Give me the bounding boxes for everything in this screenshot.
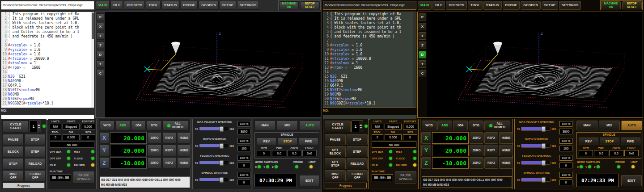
home-z-button[interactable]: HOME [177,157,191,169]
estop-reset-button[interactable]: ESTOP RESET [300,1,320,9]
mdi-mode-button[interactable]: MDI [599,121,620,130]
spindle-fwd-button[interactable]: FWD [621,138,640,145]
view-y-button[interactable]: Y [97,32,104,40]
max-velocity-override-slider[interactable] [521,127,551,131]
tab-settings[interactable]: SETTINGS [559,1,581,10]
opt-stop-button[interactable]: OPT STOP [325,158,346,169]
view-tool-button[interactable]: T [419,60,426,68]
g54-button[interactable]: G54 [453,121,468,130]
rapid-override-slider[interactable] [521,144,551,148]
slider-thumb[interactable] [220,160,224,166]
abs-button[interactable]: ABS [115,121,130,130]
axis-y-button[interactable]: Y [99,145,109,156]
man-mode-button[interactable]: MAN [254,121,275,130]
flood-off-button[interactable]: FLOOD OFF [25,170,46,181]
slider-thumb[interactable] [542,160,546,166]
spin-down-icon[interactable] [360,127,362,129]
rapid-override-slider[interactable] [199,144,229,148]
view-clear-button[interactable]: C [97,70,104,77]
cycle-repeat-spinbox[interactable]: 1 [30,121,41,132]
feedrate-override-slider[interactable] [521,161,551,165]
home-y-button[interactable]: HOME [499,145,513,156]
zero-z-button[interactable]: ZERO [148,157,161,169]
home-z-button[interactable]: HOME [499,157,513,169]
spin-up-icon[interactable] [360,124,362,126]
slider-thumb[interactable] [220,177,224,183]
zero-x-button[interactable]: ZERO [148,132,161,144]
max-velocity-override-slider[interactable] [199,127,229,131]
auto-mode-button[interactable]: AUTO [621,121,642,130]
mist-off-button[interactable]: MIST OFF [325,170,346,181]
tab-status[interactable]: STATUS [161,1,180,10]
ref-y-button[interactable]: REFY [484,145,498,156]
axis-z-button[interactable]: Z [421,157,431,169]
mist-off-button[interactable]: MIST OFF [3,170,24,181]
wcs-button[interactable]: WCS [100,121,114,130]
abs-button[interactable]: ABS [437,121,452,130]
step-button[interactable]: STEP [25,146,46,157]
opt-block-button[interactable]: OPT BLOCK [325,146,346,157]
ref-x-button[interactable]: REFX [162,132,176,144]
view-z-button[interactable]: Z [419,42,426,49]
dtg-button[interactable]: DTG [147,121,161,130]
zero-x-button[interactable]: ZERO [470,132,483,144]
flood-off-button[interactable]: FLOOD OFF [347,170,368,181]
view-z-button[interactable]: Z [97,42,104,49]
view-dimensions-button[interactable]: D [419,51,426,58]
home-x-button[interactable]: HOME [499,132,513,144]
cycle-start-button[interactable]: CYCLE START [3,121,29,132]
feedrate-override-slider[interactable] [199,161,229,165]
tab-probe[interactable]: PROBE [503,1,520,10]
dtg-button[interactable]: DTG [469,121,483,130]
editor-scrollbar[interactable] [413,12,416,108]
auto-mode-button[interactable]: AUTO [299,121,320,130]
tab-main[interactable]: MAIN [96,1,110,10]
zero-y-button[interactable]: ZERO [470,145,483,156]
machine-on-button[interactable]: MACHINE ON [279,1,299,9]
tab-setup[interactable]: SETUP [220,1,236,10]
exit-button[interactable]: EXIT [299,175,320,186]
man-mode-button[interactable]: MAN [576,121,597,130]
stop-button[interactable]: STOP [25,134,46,145]
ref-z-button[interactable]: REFZ [162,157,176,169]
tab-tool[interactable]: TOOL [468,1,483,10]
tab-settings[interactable]: SETTINGS [237,1,259,10]
tab-setup[interactable]: SETUP [542,1,558,10]
reload-button[interactable]: RELOAD [347,158,368,169]
estop-reset-button[interactable]: ESTOP RESET [622,1,642,9]
tab-offsets[interactable]: OFFSETS [124,1,145,10]
wcs-button[interactable]: WCS [422,121,436,130]
spindle-rev-button[interactable]: REV [257,138,276,145]
slider-thumb[interactable] [220,126,224,132]
slider-thumb[interactable] [542,177,546,183]
all-homed-button[interactable]: ALL HOMED [162,121,188,130]
tab-offsets[interactable]: OFFSETS [446,1,467,10]
slider-thumb[interactable] [542,143,546,149]
view-x-button[interactable]: X [419,23,426,30]
view-perspective-button[interactable]: P [97,13,104,21]
g54-button[interactable]: G54 [131,121,146,130]
opt-stop-button[interactable]: STOP [3,158,24,169]
step-button[interactable]: STEP [347,146,368,157]
ref-x-button[interactable]: REFX [484,132,498,144]
ref-z-button[interactable]: REFZ [484,157,498,169]
spindle-rev-button[interactable]: REV [579,138,598,145]
spindle-override-slider[interactable] [521,178,551,182]
gcode-editor[interactable]: 1( This program is copyright of Ra 2( It… [1,12,94,108]
cycle-repeat-spinbox[interactable]: 1 [352,121,363,132]
scrollbar-thumb[interactable] [414,13,416,39]
opt-block-button[interactable]: BLOCK [3,146,24,157]
tab-file[interactable]: FILE [110,1,123,10]
view-clear-button[interactable]: C [419,70,426,77]
ref-y-button[interactable]: REFY [162,145,176,156]
tab-status[interactable]: STATUS [483,1,502,10]
reload-button[interactable]: RELOAD [25,158,46,169]
spindle-stop-button[interactable]: STOP [600,138,619,145]
axis-x-button[interactable]: X [99,132,109,144]
mdi-mode-button[interactable]: MDI [277,121,298,130]
spin-down-icon[interactable] [38,127,40,129]
zero-z-button[interactable]: ZERO [470,157,483,169]
home-x-button[interactable]: HOME [177,132,191,144]
view-x-button[interactable]: X [97,23,104,30]
tab-main[interactable]: MAIN [418,1,432,10]
